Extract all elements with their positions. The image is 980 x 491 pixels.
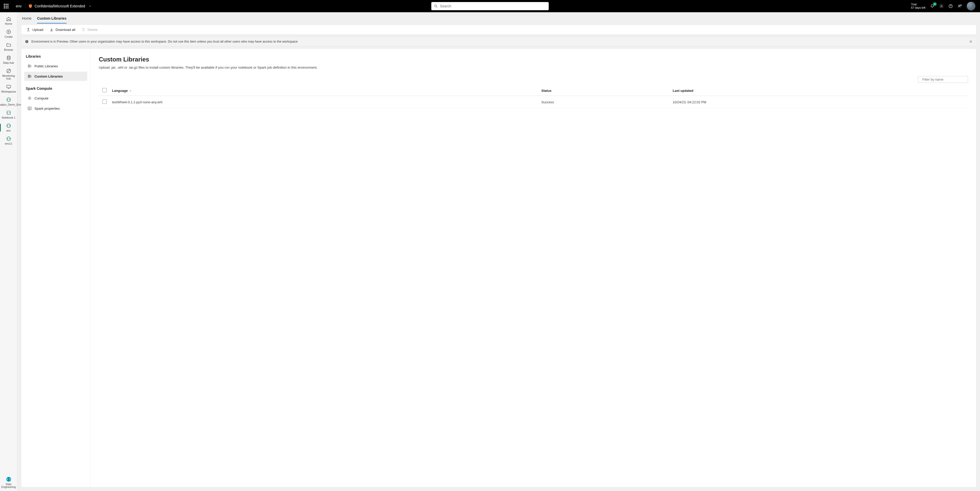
nav-demo-env[interactable]: Shuaijun_Demo_Env (0, 95, 17, 108)
search-input[interactable] (440, 4, 546, 8)
upload-icon (26, 27, 30, 32)
notifications-button[interactable]: 6 (930, 4, 935, 8)
code-circle-icon (6, 136, 11, 141)
download-all-button[interactable]: Download all (47, 26, 78, 33)
workspaces-icon (6, 84, 11, 89)
delete-icon (81, 27, 86, 32)
settings-button[interactable] (939, 4, 944, 8)
sidenav-spark-properties-label: Spark properties (35, 106, 60, 110)
person-feedback-icon (958, 4, 962, 8)
nav-data-hub-label: Data hub (3, 62, 14, 64)
nav-env11-label: env11 (5, 142, 12, 145)
nav-notebook-1-label: Notebook 1 (2, 116, 16, 119)
upload-button[interactable]: Upload (24, 26, 46, 33)
delete-label: Delete (88, 28, 97, 32)
close-icon (969, 40, 973, 43)
sidenav-spark-properties[interactable]: Spark properties (24, 104, 87, 113)
nav-env11[interactable]: env11 (0, 134, 17, 147)
filter-box[interactable] (918, 76, 968, 83)
info-icon (25, 40, 29, 44)
column-header-status[interactable]: Status (539, 86, 670, 96)
nav-create[interactable]: Create (0, 27, 17, 40)
header-checkbox[interactable] (102, 88, 107, 92)
cell-language: testWheel-0.1.1-py3-none-any.whl (110, 96, 539, 108)
left-nav-rail: Home Create Browse Data hub Monitoring h… (0, 12, 18, 491)
svg-point-5 (959, 5, 960, 6)
filter-input[interactable] (922, 78, 965, 81)
column-header-language[interactable]: Language ↑ (110, 86, 539, 96)
cell-status: Success (539, 96, 670, 108)
banner-text: Environment is in Preview. Other users i… (32, 40, 298, 43)
toolbar: Upload Download all Delete (21, 24, 977, 35)
trial-days: 57 days left (911, 6, 925, 10)
feedback-button[interactable] (958, 4, 962, 8)
download-icon (49, 27, 54, 32)
delete-button: Delete (79, 26, 100, 33)
data-engineering-icon (6, 477, 11, 482)
custom-libraries-icon (27, 74, 32, 79)
sidenav-compute[interactable]: Compute (24, 94, 87, 103)
persona-switcher-label: Data Engineering (0, 483, 17, 488)
folder-icon (6, 42, 11, 48)
search-icon (434, 4, 438, 8)
nav-data-hub[interactable]: Data hub (0, 53, 17, 66)
settings-side-nav: Libraries Public Libraries Custom Librar… (21, 49, 91, 487)
nav-env-label: env (6, 129, 11, 132)
classification-dropdown[interactable]: Confidential\Microsoft Extended (28, 4, 92, 8)
svg-point-0 (434, 5, 437, 7)
persona-switcher[interactable]: Data Engineering (0, 474, 17, 491)
nav-workspaces[interactable]: Workspaces (0, 82, 17, 95)
nav-monitoring-hub[interactable]: Monitoring hub (0, 66, 17, 82)
nav-home-label: Home (5, 22, 12, 25)
sidenav-public-libraries[interactable]: Public Libraries (24, 62, 87, 71)
svg-point-2 (941, 6, 942, 7)
sidenav-public-libraries-label: Public Libraries (35, 64, 58, 68)
svg-point-7 (7, 56, 10, 57)
home-icon (6, 16, 11, 21)
tab-home[interactable]: Home (22, 16, 32, 24)
nav-env[interactable]: env (0, 121, 17, 134)
chevron-down-icon (89, 5, 92, 8)
monitor-icon (6, 68, 11, 73)
libraries-table: Language ↑ Status Last updated testWheel… (99, 86, 968, 108)
data-hub-icon (6, 56, 11, 60)
nav-browse[interactable]: Browse (0, 40, 17, 53)
table-row[interactable]: testWheel-0.1.1-py3-none-any.whl Success… (99, 96, 968, 108)
main-content: Home Custom Libraries Upload Download al… (18, 12, 980, 491)
row-checkbox[interactable] (102, 100, 107, 104)
trial-status[interactable]: Trial: 57 days left (911, 3, 925, 10)
sidenav-compute-label: Compute (35, 97, 48, 100)
nav-browse-label: Browse (4, 48, 13, 51)
code-rect-icon (6, 110, 11, 115)
nav-notebook-1[interactable]: Notebook 1 (0, 108, 17, 121)
nav-workspaces-label: Workspaces (1, 90, 16, 93)
trial-label: Trial: (911, 3, 925, 6)
notification-badge: 6 (933, 2, 937, 6)
search-container (431, 2, 549, 10)
download-all-label: Download all (56, 28, 75, 32)
code-circle-icon (6, 123, 11, 128)
classification-label: Confidential\Microsoft Extended (35, 4, 85, 8)
svg-point-17 (27, 41, 27, 41)
top-bar: env Confidential\Microsoft Extended Tria… (0, 0, 980, 12)
app-launcher-button[interactable] (0, 4, 12, 8)
page-subtitle: Upload .jar, .whl or .tar.gz files to in… (99, 65, 968, 69)
search-box[interactable] (431, 2, 549, 10)
help-button[interactable] (948, 4, 953, 8)
section-spark-compute: Spark Compute (24, 86, 87, 91)
sidenav-custom-libraries-label: Custom Libraries (35, 75, 63, 78)
banner-close-button[interactable] (969, 40, 973, 43)
code-circle-icon (6, 97, 11, 102)
nav-home[interactable]: Home (0, 14, 17, 27)
column-header-updated[interactable]: Last updated (671, 86, 968, 96)
card-body: Custom Libraries Upload .jar, .whl or .t… (91, 49, 976, 487)
user-avatar[interactable] (967, 2, 975, 10)
svg-point-4 (950, 7, 951, 7)
svg-rect-9 (6, 85, 11, 88)
tab-custom-libraries[interactable]: Custom Libraries (37, 16, 66, 24)
compute-icon (27, 96, 32, 100)
sort-ascending-icon: ↑ (130, 89, 131, 92)
sidenav-custom-libraries[interactable]: Custom Libraries (24, 72, 87, 81)
cell-updated: 10/24/23, 04:22:02 PM (671, 96, 968, 108)
content-card: Libraries Public Libraries Custom Librar… (21, 48, 977, 488)
